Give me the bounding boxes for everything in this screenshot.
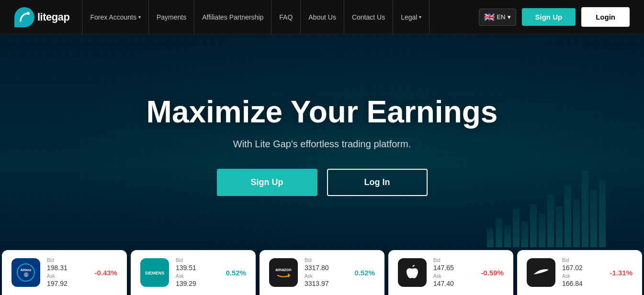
hero-section: Maximize Your Earnings With Lite Gap's e… [0,34,644,295]
nav-contact[interactable]: Contact Us [344,0,393,34]
hero-login-button[interactable]: Log In [327,169,428,196]
chevron-down-icon: ▾ [419,14,421,20]
bid-price: 198.31 [47,264,88,272]
nav-forex-accounts[interactable]: Forex Accounts ▾ [82,0,149,34]
chevron-down-icon: ▾ [138,14,141,20]
siemens-change: 0.52% [226,269,246,277]
svg-rect-7 [270,259,297,286]
nike-logo [527,258,555,287]
nav-signup-button[interactable]: Sign Up [522,8,576,26]
hero-subtitle: With Lite Gap's effortless trading platf… [147,139,498,150]
bid-label: Bid [562,258,603,263]
bid-price: 167.02 [562,264,603,272]
hero-title: Maximize Your Earnings [147,95,498,129]
bid-label: Bid [47,258,88,263]
nav-faq[interactable]: FAQ [271,0,301,34]
ask-price: 147.40 [433,280,474,287]
ticker-siemens: SIEMENS Bid 139.51 Ask 139.29 0.52% [131,250,256,295]
ask-label: Ask [305,273,348,279]
svg-text:SIEMENS: SIEMENS [145,271,165,275]
amazon-data: Bid 3317.80 Ask 3313.97 [305,258,348,287]
nav-login-button[interactable]: Login [581,7,630,27]
apple-logo [398,258,427,287]
hero-signup-button[interactable]: Sign Up [217,169,317,196]
ask-label: Ask [433,273,474,279]
ask-price: 197.92 [47,280,88,287]
chevron-down-icon: ▾ [508,13,511,21]
hero-content: Maximize Your Earnings With Lite Gap's e… [147,95,498,234]
lang-label: EN [497,13,505,21]
ask-label: Ask [47,273,88,279]
svg-point-0 [27,12,30,15]
ask-label: Ask [562,273,603,279]
nav-legal[interactable]: Legal ▾ [393,0,429,34]
nav-right: 🇬🇧 EN ▾ Sign Up Login [479,7,630,27]
bid-price: 147.65 [433,264,474,272]
bid-label: Bid [176,258,219,263]
ticker-apple: Bid 147.65 Ask 147.40 -0.59% [388,250,513,295]
nav-payments[interactable]: Payments [149,0,194,34]
amazon-logo: amazon [269,258,298,287]
nike-data: Bid 167.02 Ask 166.84 [562,258,603,287]
bid-label: Bid [433,258,474,263]
navbar: litegap Forex Accounts ▾ Payments Affili… [0,0,644,34]
ticker-nike: Bid 167.02 Ask 166.84 -1.31% [517,250,642,295]
ticker-allianz: Allianz ⓪ Bid 198.31 Ask 197.92 -0.43% [2,250,127,295]
nav-affiliates[interactable]: Affiliates Partnership [194,0,271,34]
ask-price: 3313.97 [305,280,348,287]
svg-text:⓪: ⓪ [24,273,29,277]
allianz-data: Bid 198.31 Ask 197.92 [47,258,88,287]
bid-label: Bid [305,258,348,263]
nav-brand: litegap Forex Accounts ▾ Payments Affili… [14,0,429,34]
amazon-change: 0.52% [354,269,375,277]
bid-price: 3317.80 [305,264,348,272]
logo-icon [14,7,34,27]
siemens-logo: SIEMENS [140,258,169,287]
hero-buttons: Sign Up Log In [147,169,498,196]
apple-change: -0.59% [481,269,504,277]
allianz-change: -0.43% [94,269,117,277]
svg-text:amazon: amazon [275,267,292,272]
nike-change: -1.31% [610,269,633,277]
allianz-logo: Allianz ⓪ [11,258,40,287]
nav-about[interactable]: About Us [301,0,344,34]
ask-label: Ask [176,273,219,279]
ask-price: 139.29 [176,280,219,287]
bid-price: 139.51 [176,264,219,272]
nav-links: Forex Accounts ▾ Payments Affiliates Par… [82,0,429,34]
siemens-data: Bid 139.51 Ask 139.29 [176,258,219,287]
language-selector[interactable]: 🇬🇧 EN ▾ [479,9,516,26]
ticker-strip: Allianz ⓪ Bid 198.31 Ask 197.92 -0.43% S… [0,250,644,295]
ask-price: 166.84 [562,280,603,287]
flag-icon: 🇬🇧 [484,12,495,22]
logo-text: litegap [37,11,69,23]
apple-data: Bid 147.65 Ask 147.40 [433,258,474,287]
ticker-amazon: amazon Bid 3317.80 Ask 3313.97 0.52% [260,250,384,295]
svg-text:Allianz: Allianz [21,268,32,272]
chart-decoration [487,171,606,247]
